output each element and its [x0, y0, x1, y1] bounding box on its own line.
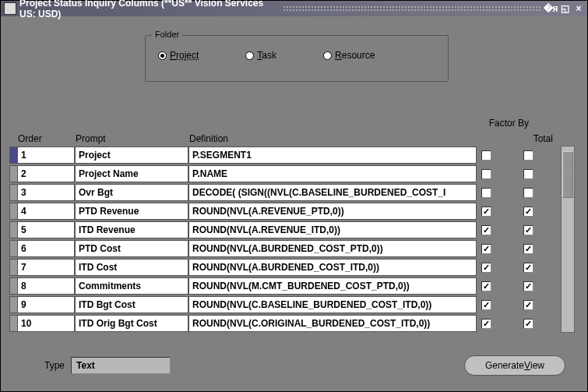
- table-row: 9ITD Bgt CostROUND(NVL(C.BASELINE_BURDEN…: [9, 295, 556, 314]
- close-icon[interactable]: ×: [573, 3, 584, 14]
- prompt-cell[interactable]: ITD Bgt Cost: [75, 296, 188, 313]
- folder-group: Folder Project Task Resource: [145, 35, 449, 82]
- header-factor-by: Factor By: [489, 118, 529, 129]
- prompt-cell[interactable]: Project Name: [75, 165, 188, 182]
- prompt-cell[interactable]: ITD Revenue: [75, 221, 188, 238]
- minimize-icon[interactable]: �я: [545, 3, 556, 14]
- row-handle[interactable]: [9, 277, 17, 295]
- definition-cell[interactable]: ROUND(NVL(A.REVENUE_PTD,0)): [188, 203, 477, 220]
- definition-cell[interactable]: ROUND(NVL(C.BASELINE_BURDENED_COST_ITD,0…: [188, 296, 477, 313]
- row-handle[interactable]: [9, 315, 17, 332]
- app-icon: [4, 2, 16, 15]
- radio-circle-icon: [323, 51, 332, 60]
- total-checkbox[interactable]: [523, 150, 533, 161]
- factor-by-checkbox[interactable]: [481, 263, 491, 273]
- row-handle[interactable]: [9, 240, 17, 257]
- table-row: 5ITD RevenueROUND(NVL(A.REVENUE_ITD,0)): [9, 221, 556, 239]
- window-frame: Project Status Inquiry Columns (**US** V…: [0, 0, 588, 392]
- column-headers: Order Prompt Definition: [18, 133, 485, 144]
- row-handle[interactable]: [9, 203, 17, 220]
- order-cell[interactable]: 7: [17, 259, 75, 276]
- order-cell[interactable]: 9: [17, 296, 75, 313]
- order-cell[interactable]: 2: [17, 165, 75, 182]
- radio-label-resource: Resource: [335, 50, 375, 61]
- content-area: Folder Project Task Resource Factor By T…: [1, 16, 587, 391]
- radio-label-task: Task: [257, 50, 276, 61]
- type-label: Type: [44, 360, 65, 371]
- row-handle[interactable]: [9, 221, 17, 238]
- table-row: 4PTD RevenueROUND(NVL(A.REVENUE_PTD,0)): [9, 202, 556, 221]
- radio-project[interactable]: Project: [158, 50, 199, 61]
- header-definition: Definition: [189, 133, 485, 144]
- total-checkbox[interactable]: [523, 263, 533, 273]
- prompt-cell[interactable]: PTD Revenue: [75, 203, 188, 220]
- definition-cell[interactable]: ROUND(NVL(M.CMT_BURDENED_COST_PTD,0)): [188, 277, 477, 295]
- data-grid: 1ProjectP.SEGMENT12Project NameP.NAME3Ov…: [9, 146, 556, 333]
- order-cell[interactable]: 6: [17, 240, 75, 257]
- total-checkbox[interactable]: [523, 300, 533, 310]
- titlebar-decor: [283, 5, 541, 12]
- row-handle[interactable]: [9, 296, 17, 313]
- factor-by-checkbox[interactable]: [481, 281, 491, 291]
- definition-cell[interactable]: ROUND(NVL(C.ORIGINAL_BURDENED_COST_ITD,0…: [188, 315, 477, 332]
- folder-legend: Folder: [152, 30, 182, 39]
- factor-by-checkbox[interactable]: [481, 244, 491, 254]
- factor-by-checkbox[interactable]: [481, 207, 491, 217]
- total-checkbox[interactable]: [523, 319, 533, 329]
- total-checkbox[interactable]: [523, 169, 533, 179]
- row-handle[interactable]: [9, 184, 17, 201]
- factor-by-checkbox[interactable]: [481, 169, 491, 179]
- radio-circle-icon: [158, 51, 167, 60]
- factor-by-checkbox[interactable]: [481, 150, 491, 161]
- factor-by-checkbox[interactable]: [481, 225, 491, 235]
- definition-cell[interactable]: DECODE( (SIGN((NVL(C.BASELINE_BURDENED_C…: [188, 184, 477, 201]
- row-handle[interactable]: [9, 165, 17, 182]
- total-checkbox[interactable]: [523, 225, 533, 235]
- definition-cell[interactable]: P.NAME: [188, 165, 477, 182]
- header-total: Total: [533, 133, 553, 144]
- table-row: 7ITD CostROUND(NVL(A.BURDENED_COST_ITD,0…: [9, 258, 556, 277]
- bottom-bar: Type Text Generate View: [1, 352, 587, 379]
- table-row: 8CommitmentsROUND(NVL(M.CMT_BURDENED_COS…: [9, 277, 556, 295]
- total-checkbox[interactable]: [523, 244, 533, 254]
- prompt-cell[interactable]: ITD Cost: [75, 259, 188, 276]
- header-prompt: Prompt: [76, 133, 189, 144]
- table-row: 6PTD CostROUND(NVL(A.BURDENED_COST_PTD,0…: [9, 239, 556, 258]
- order-cell[interactable]: 3: [17, 184, 75, 201]
- type-field[interactable]: Text: [71, 357, 171, 374]
- radio-circle-icon: [245, 51, 254, 60]
- table-row: 10ITD Orig Bgt CostROUND(NVL(C.ORIGINAL_…: [9, 314, 556, 333]
- total-checkbox[interactable]: [523, 188, 533, 198]
- radio-resource[interactable]: Resource: [323, 50, 375, 61]
- prompt-cell[interactable]: Ovr Bgt: [75, 184, 188, 201]
- prompt-cell[interactable]: ITD Orig Bgt Cost: [75, 315, 188, 332]
- prompt-cell[interactable]: PTD Cost: [75, 240, 188, 257]
- titlebar: Project Status Inquiry Columns (**US** V…: [1, 1, 587, 16]
- order-cell[interactable]: 8: [17, 277, 75, 295]
- generate-view-button[interactable]: Generate View: [464, 355, 565, 376]
- row-handle[interactable]: [9, 147, 17, 164]
- row-handle[interactable]: [9, 259, 17, 276]
- scroll-thumb[interactable]: [562, 151, 573, 198]
- prompt-cell[interactable]: Project: [75, 147, 188, 164]
- definition-cell[interactable]: ROUND(NVL(A.REVENUE_ITD,0)): [188, 221, 477, 238]
- radio-label-project: Project: [170, 50, 199, 61]
- total-checkbox[interactable]: [523, 207, 533, 217]
- order-cell[interactable]: 4: [17, 203, 75, 220]
- prompt-cell[interactable]: Commitments: [75, 277, 188, 295]
- restore-icon[interactable]: ◱: [559, 3, 570, 14]
- order-cell[interactable]: 10: [17, 315, 75, 332]
- radio-task[interactable]: Task: [245, 50, 276, 61]
- table-row: 2Project NameP.NAME: [9, 164, 556, 183]
- definition-cell[interactable]: ROUND(NVL(A.BURDENED_COST_ITD,0)): [188, 259, 477, 276]
- definition-cell[interactable]: ROUND(NVL(A.BURDENED_COST_PTD,0)): [188, 240, 477, 257]
- order-cell[interactable]: 5: [17, 221, 75, 238]
- definition-cell[interactable]: P.SEGMENT1: [188, 147, 477, 164]
- factor-by-checkbox[interactable]: [481, 188, 491, 198]
- header-order: Order: [18, 133, 76, 144]
- vertical-scrollbar[interactable]: [561, 146, 575, 333]
- order-cell[interactable]: 1: [17, 147, 75, 164]
- factor-by-checkbox[interactable]: [481, 319, 491, 329]
- total-checkbox[interactable]: [523, 281, 533, 291]
- factor-by-checkbox[interactable]: [481, 300, 491, 310]
